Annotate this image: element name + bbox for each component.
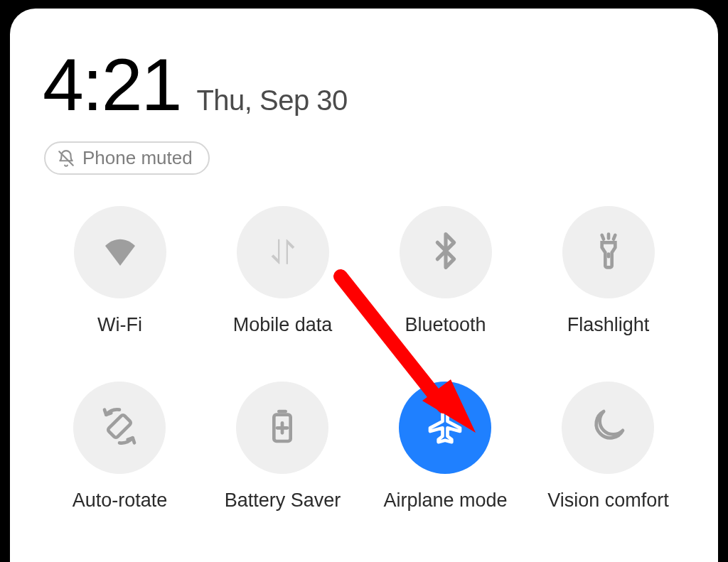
- bluetooth-icon: [426, 231, 466, 274]
- flashlight-icon: [589, 231, 628, 274]
- statusbar-date: Thu, Sep 30: [196, 85, 347, 117]
- tile-mobile-data-label: Mobile data: [233, 314, 333, 336]
- quick-settings-tiles: Wi-Fi Mobile data: [38, 206, 690, 512]
- tile-vision-comfort-button[interactable]: [562, 382, 654, 474]
- tile-bluetooth-button[interactable]: [400, 206, 492, 298]
- tile-wifi-button[interactable]: [74, 206, 166, 298]
- tile-vision-comfort[interactable]: Vision comfort: [547, 382, 669, 512]
- tile-bluetooth-label: Bluetooth: [405, 314, 486, 336]
- tile-auto-rotate-button[interactable]: [73, 382, 166, 474]
- tile-flashlight[interactable]: Flashlight: [562, 206, 655, 336]
- quick-settings-panel: 4:21 Thu, Sep 30 Phone muted Wi-Fi: [10, 9, 718, 562]
- statusbar-clock-row: 4:21 Thu, Sep 30: [43, 43, 690, 127]
- wifi-icon: [100, 231, 140, 274]
- airplane-icon: [425, 406, 465, 449]
- phone-muted-chip[interactable]: Phone muted: [44, 141, 210, 175]
- tile-flashlight-label: Flashlight: [567, 314, 650, 336]
- svg-rect-5: [107, 414, 132, 438]
- phone-muted-label: Phone muted: [82, 147, 193, 169]
- tile-mobile-data-button[interactable]: [237, 206, 329, 298]
- statusbar-time: 4:21: [43, 43, 181, 127]
- tile-battery-saver[interactable]: Battery Saver: [225, 382, 341, 512]
- tile-airplane-mode-label: Airplane mode: [383, 490, 507, 512]
- svg-line-3: [614, 235, 615, 239]
- tile-wifi[interactable]: Wi-Fi: [74, 206, 166, 336]
- auto-rotate-icon: [100, 406, 139, 449]
- tile-auto-rotate[interactable]: Auto-rotate: [73, 382, 168, 512]
- tile-battery-saver-label: Battery Saver: [225, 490, 341, 512]
- tile-auto-rotate-label: Auto-rotate: [73, 490, 168, 512]
- tile-vision-comfort-label: Vision comfort: [547, 490, 669, 512]
- tile-flashlight-button[interactable]: [562, 206, 655, 298]
- mobile-data-icon: [263, 231, 303, 274]
- battery-saver-icon: [262, 406, 302, 449]
- tile-battery-saver-button[interactable]: [236, 382, 328, 474]
- tile-airplane-mode-button[interactable]: [399, 382, 491, 474]
- tile-bluetooth[interactable]: Bluetooth: [400, 206, 492, 336]
- moon-icon: [588, 406, 628, 449]
- svg-line-1: [601, 235, 603, 239]
- bell-off-icon: [57, 149, 75, 168]
- tile-airplane-mode[interactable]: Airplane mode: [383, 382, 507, 512]
- tile-wifi-label: Wi-Fi: [97, 314, 142, 336]
- tile-mobile-data[interactable]: Mobile data: [233, 206, 333, 336]
